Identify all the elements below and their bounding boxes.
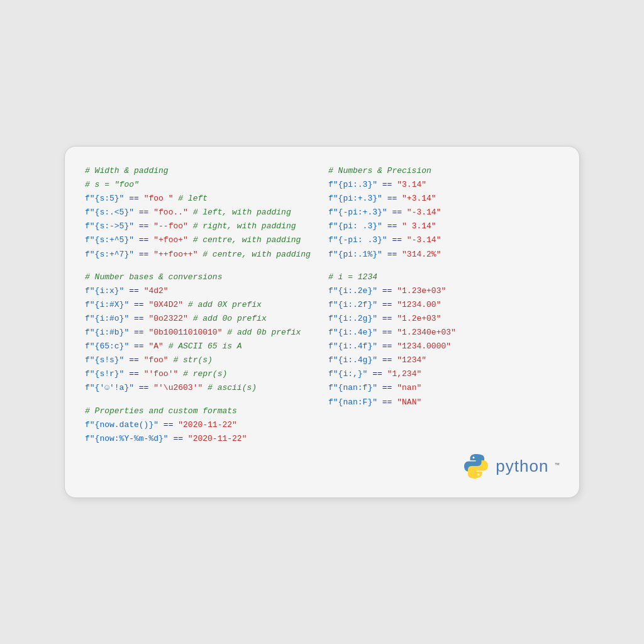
code-sr: f"{s!r}" == "'foo'" # repr(s) — [85, 367, 316, 381]
comment-s-foo: # s = "foo" — [85, 178, 316, 192]
code-nan-F: f"{nan:F}" == "NAN" — [328, 396, 559, 409]
comment-number-bases: # Number bases & conversions — [85, 270, 316, 284]
code-now-format: f"{now:%Y-%m-%d}" == "2020-11-22" — [85, 432, 316, 446]
svg-point-1 — [478, 474, 480, 475]
code-i4f: f"{i:.4f}" == "1234.0000" — [328, 340, 559, 353]
svg-point-0 — [473, 457, 475, 458]
code-s-plus7: f"{s:+^7}" == "++foo++" # centre, with p… — [85, 248, 316, 262]
comment-numbers-precision: # Numbers & Precision — [328, 164, 559, 178]
code-ix: f"{i:x}" == "4d2" — [85, 284, 316, 298]
comment-properties: # Properties and custom formats — [85, 404, 316, 418]
code-s5: f"{s:5}" == "foo " # left — [85, 192, 316, 206]
code-pi-pct: f"{pi:.1%}" == "314.2%" — [328, 248, 559, 262]
code-i4g: f"{i:.4g}" == "1234" — [328, 353, 559, 367]
code-s-lt5: f"{s:.<5}" == "foo.." # left, with paddi… — [85, 206, 316, 219]
code-ss: f"{s!s}" == "foo" # str(s) — [85, 353, 316, 367]
right-column: # Numbers & Precision f"{pi:.3}" == "3.1… — [322, 164, 559, 480]
code-i-comma: f"{i:,}" == "1,234" — [328, 367, 559, 381]
code-s-gt5: f"{s:->5}" == "--foo" # right, with padd… — [85, 219, 316, 233]
code-i2g: f"{i:.2g}" == "1.2e+03" — [328, 312, 559, 326]
code-nan-f: f"{nan:f}" == "nan" — [328, 381, 559, 395]
code-i2e: f"{i:.2e}" == "1.23e+03" — [328, 284, 559, 298]
code-ib: f"{i:#b}" == "0b10011010010" # add 0b pr… — [85, 326, 316, 340]
code-65c: f"{65:c}" == "A" # ASCII 65 is A — [85, 340, 316, 353]
code-pi3: f"{pi:.3}" == "3.14" — [328, 178, 559, 192]
code-neg-pi-space3: f"{-pi: .3}" == "-3.14" — [328, 233, 559, 247]
python-snake-icon — [463, 453, 489, 479]
code-pi-plus3: f"{pi:+.3}" == "+3.14" — [328, 192, 559, 206]
code-io: f"{i:#o}" == "0o2322" # add 0o prefix — [85, 312, 316, 326]
code-neg-pi-plus3: f"{-pi:+.3}" == "-3.14" — [328, 206, 559, 219]
code-s-plus5: f"{s:+^5}" == "+foo+" # centre, with pad… — [85, 233, 316, 247]
code-area: # Width & padding # s = "foo" f"{s:5}" =… — [85, 164, 559, 480]
code-pi-space3: f"{pi: .3}" == " 3.14" — [328, 219, 559, 233]
python-label: python — [496, 452, 548, 480]
python-logo: python™ — [463, 452, 559, 480]
python-tm: ™ — [555, 460, 559, 472]
code-i4e: f"{i:.4e}" == "1.2340e+03" — [328, 326, 559, 340]
comment-i1234: # i = 1234 — [328, 270, 559, 284]
code-iX: f"{i:#X}" == "0X4D2" # add 0X prefix — [85, 298, 316, 312]
code-now-date: f"{now.date()}" == "2020-11-22" — [85, 418, 316, 432]
main-card: # Width & padding # s = "foo" f"{s:5}" =… — [64, 146, 580, 498]
code-ascii: f"{'☺'!a}" == "'\u2603'" # ascii(s) — [85, 381, 316, 395]
code-i2f: f"{i:.2f}" == "1234.00" — [328, 298, 559, 312]
left-column: # Width & padding # s = "foo" f"{s:5}" =… — [85, 164, 322, 480]
comment-width-padding: # Width & padding — [85, 164, 316, 178]
